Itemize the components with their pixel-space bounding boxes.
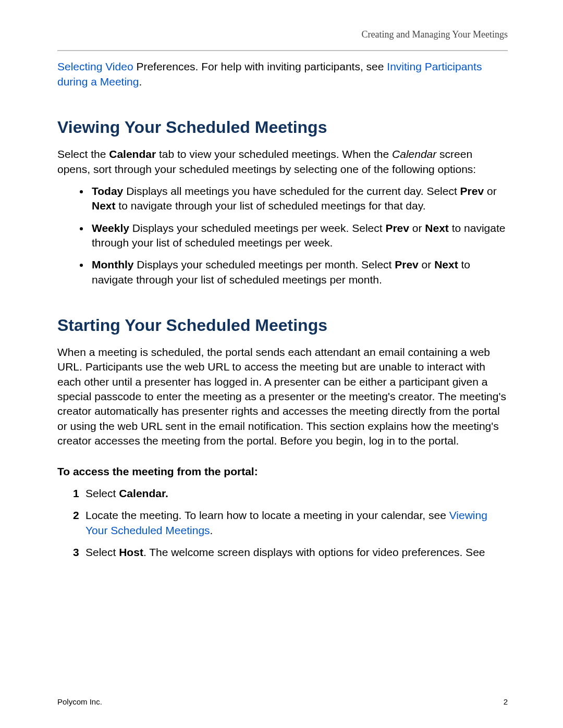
intro-paragraph: Selecting Video Preferences. For help wi… <box>57 59 508 89</box>
steps-list: Select Calendar. Locate the meeting. To … <box>57 486 508 560</box>
text: . The welcome screen displays with optio… <box>143 546 485 558</box>
option-today: Today <box>92 185 123 197</box>
text-bold-next: Next <box>434 258 458 270</box>
list-item: Monthly Displays your scheduled meetings… <box>90 257 508 287</box>
options-list: Today Displays all meetings you have sch… <box>57 184 508 287</box>
text: . <box>210 524 213 536</box>
page: Creating and Managing Your Meetings Sele… <box>0 0 563 728</box>
text: Select <box>85 546 119 558</box>
text: Locate the meeting. To learn how to loca… <box>85 509 449 521</box>
list-item: Weekly Displays your scheduled meetings … <box>90 221 508 251</box>
text: tab to view your scheduled meetings. Whe… <box>156 148 392 160</box>
footer-company: Polycom Inc. <box>57 697 102 707</box>
text-bold-host: Host <box>119 546 143 558</box>
text: to navigate through your list of schedul… <box>116 200 426 212</box>
header-rule <box>57 50 508 51</box>
text: or <box>419 258 434 270</box>
page-footer: Polycom Inc. 2 <box>57 697 508 707</box>
running-header: Creating and Managing Your Meetings <box>57 28 508 41</box>
text-bold-prev: Prev <box>460 185 484 197</box>
section1-paragraph: Select the Calendar tab to view your sch… <box>57 147 508 177</box>
list-item: Locate the meeting. To learn how to loca… <box>82 508 508 538</box>
text-bold-prev: Prev <box>395 258 419 270</box>
text: Displays your scheduled meetings per wee… <box>129 222 385 234</box>
text-bold-next: Next <box>92 200 116 212</box>
footer-page-number: 2 <box>504 697 508 707</box>
text: Select <box>85 487 119 499</box>
text-italic-calendar: Calendar <box>392 148 436 160</box>
text: or <box>484 185 497 197</box>
text: or <box>409 222 425 234</box>
link-selecting-video[interactable]: Selecting Video <box>57 60 133 72</box>
heading-viewing-scheduled: Viewing Your Scheduled Meetings <box>57 116 508 139</box>
text-bold-calendar: Calendar. <box>119 487 168 499</box>
option-weekly: Weekly <box>92 222 129 234</box>
section2-paragraph: When a meeting is scheduled, the portal … <box>57 345 508 448</box>
heading-starting-scheduled: Starting Your Scheduled Meetings <box>57 314 508 337</box>
list-item: Select Host. The welcome screen displays… <box>82 545 508 560</box>
text-bold-calendar: Calendar <box>109 148 156 160</box>
intro-text-2: . <box>139 76 142 88</box>
option-monthly: Monthly <box>92 258 133 270</box>
text-bold-prev: Prev <box>385 222 409 234</box>
text: Displays your scheduled meetings per mon… <box>133 258 395 270</box>
intro-text-1: Preferences. For help with inviting part… <box>133 60 387 72</box>
list-item: Today Displays all meetings you have sch… <box>90 184 508 214</box>
text-bold-next: Next <box>425 222 449 234</box>
text: Displays all meetings you have scheduled… <box>123 185 460 197</box>
procedure-subhead: To access the meeting from the portal: <box>57 464 508 479</box>
list-item: Select Calendar. <box>82 486 508 501</box>
text: Select the <box>57 148 109 160</box>
